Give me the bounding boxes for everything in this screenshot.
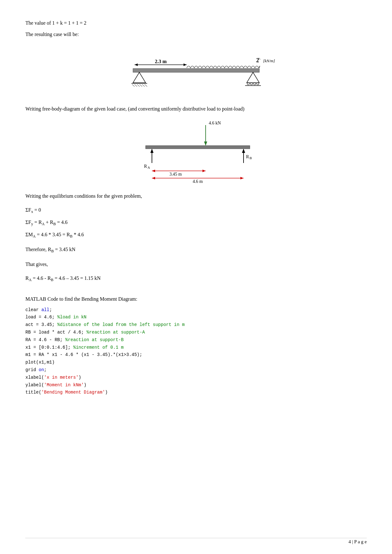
equil-intro: Writing the equilibrium conditions for t… bbox=[26, 192, 367, 200]
svg-text:4.6 m: 4.6 m bbox=[193, 179, 203, 184]
svg-marker-2 bbox=[135, 63, 138, 66]
svg-text:R: R bbox=[246, 154, 249, 159]
svg-text:2.3 m: 2.3 m bbox=[155, 59, 167, 64]
svg-marker-23 bbox=[204, 142, 207, 146]
eq5: That gives, bbox=[26, 260, 367, 269]
svg-line-11 bbox=[137, 84, 140, 87]
svg-text:3.45 m: 3.45 m bbox=[169, 172, 182, 177]
eq1: ΣFx = 0 bbox=[26, 206, 367, 215]
fbd-diagram-container: 4.6 kN R A R B 3.45 m 4.6 m bbox=[26, 119, 367, 185]
svg-marker-35 bbox=[202, 170, 206, 172]
code-block: clear all; load = 4.6; %load in kN act =… bbox=[26, 306, 367, 397]
svg-rect-21 bbox=[146, 146, 250, 149]
fbd-diagram-svg: 4.6 kN R A R B 3.45 m 4.6 m bbox=[127, 119, 266, 185]
svg-line-10 bbox=[135, 84, 137, 87]
page-content: The value of 1 + k = 1 + 1 = 2 The resul… bbox=[26, 19, 367, 396]
svg-marker-39 bbox=[240, 177, 244, 179]
svg-marker-34 bbox=[152, 170, 155, 172]
svg-text:4.6 kN: 4.6 kN bbox=[209, 121, 221, 125]
svg-marker-38 bbox=[152, 177, 155, 179]
svg-marker-26 bbox=[150, 149, 154, 153]
fbd-intro: Writing free-body-diagram of the given l… bbox=[26, 105, 367, 113]
svg-text:[kN/m]: [kN/m] bbox=[263, 58, 275, 63]
eq3: ΣMA = 4.6 * 3.45 = RB * 4.6 bbox=[26, 230, 367, 240]
eq2: ΣFy = RA + RB = 4.6 bbox=[26, 218, 367, 228]
svg-rect-0 bbox=[133, 69, 259, 72]
svg-line-12 bbox=[140, 84, 142, 87]
svg-text:A: A bbox=[148, 166, 150, 169]
svg-marker-15 bbox=[247, 72, 259, 83]
svg-marker-30 bbox=[242, 149, 245, 153]
value-line: The value of 1 + k = 1 + 1 = 2 bbox=[26, 19, 367, 27]
page-number: 4 | P a g e bbox=[348, 539, 367, 545]
svg-text:R: R bbox=[144, 164, 147, 169]
svg-marker-7 bbox=[133, 72, 146, 83]
eq6: RA = 4.6 - RB = 4.6 – 3.45 = 1.15 kN bbox=[26, 274, 367, 284]
eq4: Therefore, RB = 3.45 kN bbox=[26, 245, 367, 255]
svg-line-13 bbox=[142, 84, 145, 87]
beam-diagram-container: 2.3 m 2 [kN/m] bbox=[26, 53, 367, 97]
svg-line-14 bbox=[145, 84, 147, 87]
resulting-case: The resulting case will be: bbox=[26, 30, 367, 39]
svg-text:B: B bbox=[250, 156, 252, 160]
beam-diagram-svg: 2.3 m 2 [kN/m] bbox=[114, 53, 278, 97]
svg-marker-3 bbox=[184, 63, 187, 66]
matlab-title: MATLAB Code to find the Bending Moment D… bbox=[26, 295, 367, 303]
svg-line-9 bbox=[132, 84, 135, 87]
